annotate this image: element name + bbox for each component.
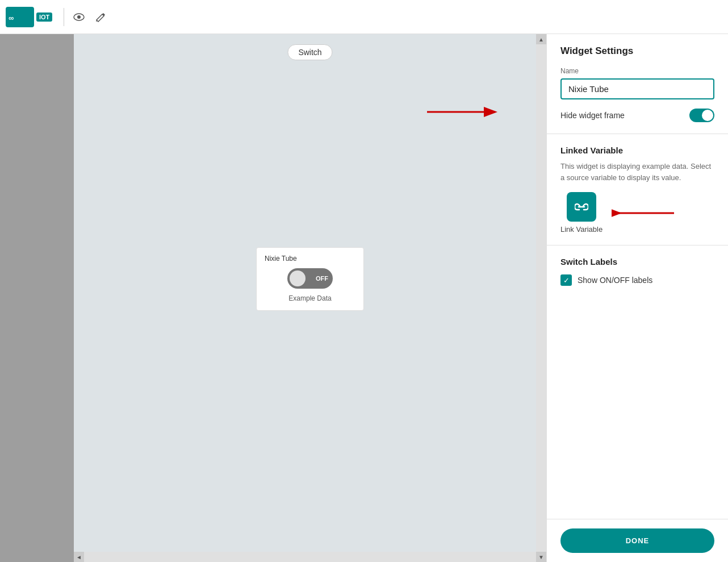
horizontal-scrollbar[interactable] — [84, 552, 536, 562]
eye-icon — [73, 13, 85, 21]
top-bar: ∞ IOT — [0, 0, 728, 34]
scroll-left-button[interactable]: ◄ — [74, 552, 84, 562]
toggle-pill-knob — [702, 110, 713, 121]
done-section: DONE — [547, 519, 728, 562]
hide-frame-row: Hide widget frame — [560, 109, 714, 122]
svg-point-3 — [77, 15, 81, 19]
show-labels-text: Show ON/OFF labels — [578, 276, 652, 285]
widget-switch-area: OFF — [265, 268, 355, 289]
show-labels-checkbox[interactable]: ✓ — [560, 274, 572, 286]
arrow-left-icon — [612, 205, 674, 222]
sidebar-strip — [0, 34, 74, 562]
canvas-area: ▲ ▼ ◄ Switch Nixie Tube — [74, 34, 546, 562]
scroll-up-button[interactable]: ▲ — [536, 34, 546, 44]
switch-label-container: Switch — [287, 44, 332, 60]
show-labels-row: ✓ Show ON/OFF labels — [560, 274, 714, 286]
hide-frame-text: Hide widget frame — [560, 111, 625, 120]
switch-label-pill: Switch — [287, 44, 332, 60]
arrow-right-icon — [427, 103, 501, 120]
linked-variable-title: Linked Variable — [560, 145, 714, 155]
link-variable-button[interactable] — [567, 192, 596, 222]
name-field-label: Name — [560, 67, 714, 75]
svg-text:∞: ∞ — [9, 14, 14, 22]
switch-labels-title: Switch Labels — [560, 257, 714, 267]
main-content: ▲ ▼ ◄ Switch Nixie Tube — [0, 34, 728, 562]
logo-area: ∞ IOT — [6, 7, 52, 27]
toolbar-icons — [64, 8, 110, 26]
settings-panel-title: Widget Settings — [560, 45, 714, 57]
widget-toggle-switch[interactable]: OFF — [287, 268, 333, 289]
canvas-arrow-right — [427, 103, 501, 123]
link-variable-row: Link Variable — [560, 192, 714, 234]
done-button[interactable]: DONE — [560, 528, 714, 553]
widget-settings-section: Widget Settings Name Hide widget frame — [547, 34, 728, 134]
settings-panel: Widget Settings Name Hide widget frame L… — [546, 34, 728, 562]
iot-badge: IOT — [36, 13, 52, 22]
widget-card: Nixie Tube OFF Example Data — [256, 247, 364, 311]
edit-icon — [95, 12, 106, 22]
scroll-down-button[interactable]: ▼ — [536, 552, 546, 562]
link-button-wrapper: Link Variable — [560, 192, 603, 234]
arrow-left-red — [612, 205, 674, 222]
toggle-knob — [290, 270, 306, 286]
toggle-off-label: OFF — [316, 275, 328, 282]
vertical-scrollbar[interactable] — [536, 44, 546, 552]
link-icon — [575, 202, 588, 212]
switch-labels-section: Switch Labels ✓ Show ON/OFF labels — [547, 245, 728, 519]
name-input[interactable] — [560, 78, 714, 99]
hide-frame-toggle[interactable] — [689, 109, 714, 122]
arduino-logo-icon: ∞ — [6, 7, 34, 27]
linked-variable-section: Linked Variable This widget is displayin… — [547, 134, 728, 245]
link-variable-label: Link Variable — [560, 225, 603, 234]
edit-button[interactable] — [91, 8, 110, 26]
linked-variable-description: This widget is displaying example data. … — [560, 161, 714, 183]
widget-example-label: Example Data — [265, 294, 355, 302]
widget-card-title: Nixie Tube — [265, 255, 355, 263]
eye-button[interactable] — [70, 8, 88, 26]
